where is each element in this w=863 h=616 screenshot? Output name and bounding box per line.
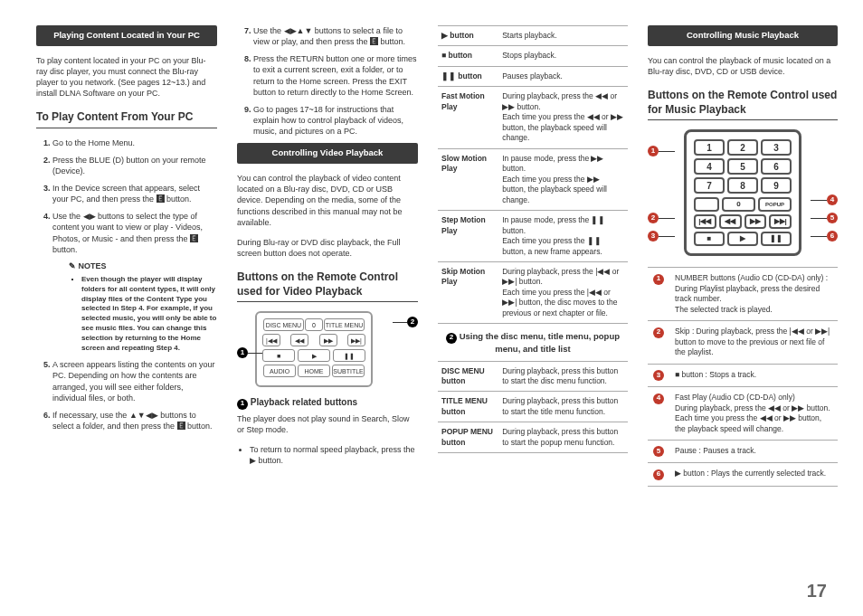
step-8: Press the RETURN button one or more time… [253, 54, 417, 96]
t2r3c1: POPUP MENU button [438, 422, 498, 453]
numkey-0: 0 [722, 197, 755, 212]
section-bar-music: Controlling Music Playback [648, 25, 838, 46]
key-stop: ■ [262, 349, 295, 362]
key-audio: AUDIO [263, 365, 296, 377]
t2r1c2: During playback, press this button to st… [498, 361, 628, 392]
t1r5c1: Slow Motion Play [438, 148, 498, 210]
m-row-3: ■ button : Stops a track. [669, 364, 838, 386]
m-row-1: NUMBER buttons (Audio CD (CD-DA) only) :… [669, 268, 838, 321]
key-home: HOME [298, 365, 330, 377]
t1r6c2: In pause mode, press the ❚❚ button. Each… [498, 211, 628, 262]
numkey-1: 1 [694, 139, 725, 156]
t1r4c2: During playback, press the ◀◀ or ▶▶ butt… [498, 87, 628, 148]
t1r5c2: In pause mode, press the ▶▶ button. Each… [498, 148, 628, 210]
t2r2c1: TITLE MENU button [438, 392, 498, 422]
heading-music-remote: Buttons on the Remote Control used for M… [648, 88, 838, 120]
step-7: Use the ◀▶▲▼ buttons to select a file to… [253, 26, 405, 46]
step-6: If necessary, use the ▲▼◀▶ buttons to se… [52, 411, 213, 431]
key-rew: ◀◀ [290, 334, 308, 346]
pc-steps-cont: Use the ◀▶▲▼ buttons to select a file to… [237, 25, 418, 137]
step-3: In the Device screen that appears, selec… [52, 184, 200, 204]
numkey-3: 3 [761, 139, 792, 156]
numkey-4: 4 [694, 158, 725, 175]
t1r7c1: Skip Motion Play [438, 261, 498, 323]
t1r3c1: ❚❚ button [438, 66, 498, 86]
key-title-menu: TITLE MENU [324, 318, 365, 331]
key-zero: 0 [305, 318, 323, 331]
pc-steps: Go to the Home Menu. Press the BLUE (D) … [36, 137, 217, 432]
video-intro: You can control the playback of video co… [237, 173, 418, 228]
callout-2-marker: 2 [393, 317, 418, 327]
page-number: 17 [807, 579, 827, 603]
t1r7c2: During playback, press the |◀◀ or ▶▶| bu… [498, 261, 628, 323]
t1r2c2: Stops playback. [498, 46, 628, 66]
key-pause: ❚❚ [333, 349, 365, 362]
t2r2c2: During playback, press this button to st… [498, 392, 628, 422]
key-disc-menu: DISC MENU [263, 318, 304, 331]
callout-m6: 6 [827, 231, 838, 242]
callout-m1: 1 [648, 146, 659, 156]
callout-1-marker: 1 [237, 347, 262, 358]
t2r1c1: DISC MENU button [438, 361, 498, 392]
t1r1c2: Starts playback. [498, 26, 628, 46]
notes-label: NOTES [69, 261, 217, 271]
heading-video-remote: Buttons on the Remote Control used for V… [237, 270, 418, 302]
t1r1c1: ▶ button [438, 26, 498, 46]
m-row-5: Pause : Pauses a track. [669, 441, 838, 463]
key-blank [694, 197, 719, 212]
sub1-body: The player does not play sound in Search… [237, 413, 418, 435]
t2r3c2: During playback, press this button to st… [498, 422, 628, 453]
sub-playback-related: 1 Playback related buttons [237, 396, 418, 409]
mkey-next: ▶▶| [769, 214, 792, 229]
video-buttons-table: ▶ buttonStarts playback. ■ buttonStops p… [438, 25, 628, 324]
note-1: Even though the player will display fold… [81, 275, 217, 353]
step-4: Use the ◀▶ buttons to select the type of… [52, 212, 203, 253]
remote-music-wrap: 1 2 3 4 5 6 1 2 3 4 5 6 7 8 9 [648, 129, 838, 256]
music-buttons-table: 1NUMBER buttons (Audio CD (CD-DA) only) … [648, 267, 838, 486]
music-intro: You can control the playback of music lo… [648, 55, 838, 77]
video-intro-2: During Blu-ray or DVD disc playback, the… [237, 237, 418, 259]
callout-m4: 4 [827, 194, 838, 205]
mkey-play: ▶ [727, 232, 758, 246]
key-popup: POPUP [758, 197, 792, 212]
step-2: Press the BLUE (D) button on your remote… [52, 156, 206, 175]
pc-intro: To play content located in your PC on yo… [36, 55, 217, 100]
t1r6c1: Step Motion Play [438, 211, 498, 262]
t1r4c1: Fast Motion Play [438, 87, 498, 148]
mkey-prev: |◀◀ [694, 214, 716, 229]
callout-m5: 5 [827, 213, 838, 223]
t1r2c1: ■ button [438, 46, 498, 66]
step-9: Go to pages 17~18 for instructions that … [253, 105, 403, 136]
mkey-stop: ■ [694, 232, 725, 246]
t1r3c2: Pauses playback. [498, 66, 628, 86]
mkey-pause: ❚❚ [761, 232, 792, 246]
key-next: ▶▶| [347, 334, 365, 346]
m-row-6: ▶ button : Plays the currently selected … [669, 463, 838, 486]
menu-buttons-table: DISC MENU buttonDuring playback, press t… [438, 361, 628, 454]
step-5: A screen appears listing the contents on… [52, 360, 215, 402]
numkey-7: 7 [694, 177, 725, 194]
numkey-2: 2 [727, 139, 758, 156]
numkey-9: 9 [761, 177, 792, 194]
numkey-6: 6 [761, 158, 792, 175]
sub1-bullet: To return to normal speed playback, pres… [250, 444, 418, 466]
m-row-2: Skip : During playback, press the |◀◀ or… [669, 321, 838, 364]
key-play: ▶ [298, 349, 330, 362]
m-row-4: Fast Play (Audio CD (CD-DA) only) During… [669, 387, 838, 441]
numkey-5: 5 [727, 158, 758, 175]
key-ff: ▶▶ [319, 334, 337, 346]
numkey-8: 8 [727, 177, 758, 194]
key-prev: |◀◀ [262, 334, 280, 346]
mkey-ff: ▶▶ [744, 214, 767, 229]
remote-music-diagram: 1 2 3 4 5 6 7 8 9 0 POPUP |◀◀ ◀◀ [684, 129, 801, 256]
mkey-rew: ◀◀ [719, 214, 742, 229]
remote-video-diagram: DISC MENU 0 TITLE MENU |◀◀ ◀◀ ▶▶ ▶▶| ■ ▶… [255, 311, 373, 387]
using-menus-heading: 2 Using the disc menu, title menu, popup… [438, 331, 628, 355]
callout-m3: 3 [648, 231, 659, 242]
heading-play-from-pc: To Play Content From Your PC [36, 109, 217, 128]
section-bar-video: Controlling Video Playback [237, 143, 418, 164]
step-1: Go to the Home Menu. [52, 138, 135, 147]
section-bar-pc: Playing Content Located in Your PC [36, 25, 217, 46]
key-subtitle: SUBTITLE [332, 365, 365, 377]
callout-m2: 2 [648, 213, 659, 223]
